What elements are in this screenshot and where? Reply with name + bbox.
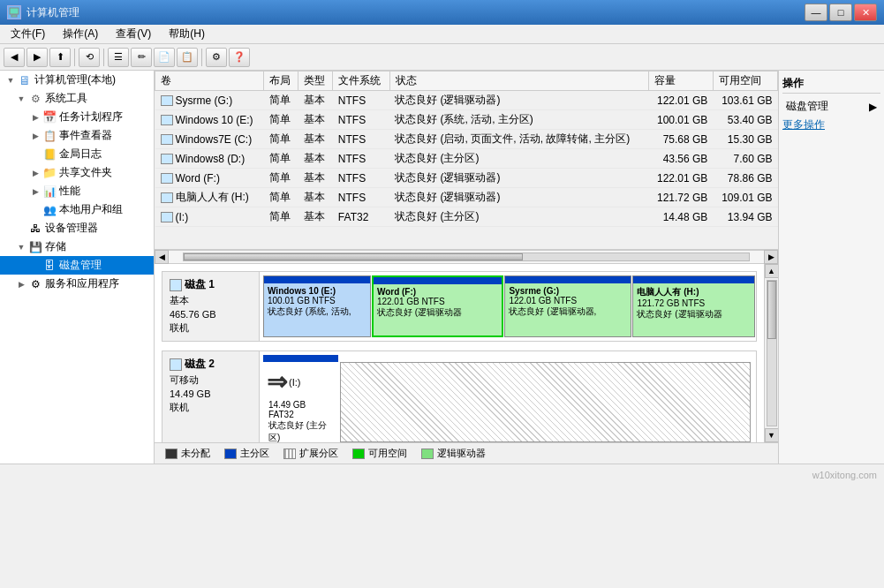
tree-exp-perf: ▶ xyxy=(28,185,42,199)
tree-users-label: 本地用户和组 xyxy=(59,202,123,217)
legend-bar: 未分配 主分区 扩展分区 可用空间 逻辑驱动器 xyxy=(155,442,778,464)
disk2-type: 可移动 xyxy=(170,373,252,387)
svg-rect-1 xyxy=(11,15,17,17)
cell-layout: 简单 xyxy=(264,169,298,188)
tree-disk-management[interactable]: 🗄 磁盘管理 xyxy=(0,256,154,275)
cell-type: 基本 xyxy=(298,188,333,207)
v-scroll-down[interactable]: ▼ xyxy=(765,428,779,442)
tree-shared-folder[interactable]: ▶ 📁 共享文件夹 xyxy=(0,163,154,182)
table-row[interactable]: Sysrme (G:) 简单 基本 NTFS 状态良好 (逻辑驱动器) 122.… xyxy=(155,91,778,110)
cell-status: 状态良好 (系统, 活动, 主分区) xyxy=(389,110,648,130)
legend-freespace: 可用空间 xyxy=(352,447,407,460)
tree-services-label: 服务和应用程序 xyxy=(45,276,119,291)
v-scrollbar[interactable]: ▲ ▼ xyxy=(764,264,778,442)
tree-services[interactable]: ▶ ⚙ 服务和应用程序 xyxy=(0,275,154,293)
new-button[interactable]: 📄 xyxy=(154,48,175,67)
menu-action[interactable]: 操作(A) xyxy=(56,25,105,43)
h-scrollbar[interactable]: ◀ ▶ xyxy=(155,250,778,264)
disk2-status: 联机 xyxy=(170,401,252,414)
gear-icon: ⚙ xyxy=(28,92,42,106)
cell-fs: NTFS xyxy=(333,130,389,149)
table-row[interactable]: Windows 10 (E:) 简单 基本 NTFS 状态良好 (系统, 活动,… xyxy=(155,110,778,130)
shared-folder-icon: 📁 xyxy=(42,166,57,180)
tree-device-manager[interactable]: 🖧 设备管理器 xyxy=(0,219,154,237)
arrow-icon: ⇒ xyxy=(267,367,287,396)
disk1-partition-1[interactable]: Word (F:) 122.01 GB NTFS 状态良好 (逻辑驱动器 xyxy=(372,275,504,337)
tree-exp-event: ▶ xyxy=(28,129,42,143)
tree-system-tools[interactable]: ▼ ⚙ 系统工具 xyxy=(0,89,154,108)
col-fs[interactable]: 文件系统 xyxy=(333,72,389,91)
v-scroll-track[interactable] xyxy=(767,280,777,426)
col-volume[interactable]: 卷 xyxy=(155,72,264,91)
disk-management-action[interactable]: 磁盘管理 ▶ xyxy=(782,97,880,116)
disk1-partition-3[interactable]: 电脑人人有 (H:) 121.72 GB NTFS 状态良好 (逻辑驱动器 xyxy=(632,275,755,337)
forward-button[interactable]: ▶ xyxy=(26,48,48,67)
tree-root-label: 计算机管理(本地) xyxy=(34,72,116,87)
disk2-arrow-area[interactable]: ⇒ (I:) 14.49 GB FAT32 状态良好 (主分区) xyxy=(263,355,338,442)
tree-gold-log-label: 金局日志 xyxy=(59,147,102,162)
h-scroll-right[interactable]: ▶ xyxy=(764,250,778,264)
refresh-button[interactable]: ⟲ xyxy=(79,48,100,67)
menu-file[interactable]: 文件(F) xyxy=(4,25,52,43)
v-scroll-thumb[interactable] xyxy=(767,281,776,339)
tree-shared-label: 共享文件夹 xyxy=(59,165,112,180)
h-scroll-thumb[interactable] xyxy=(184,253,523,260)
tree-system-tools-label: 系统工具 xyxy=(45,91,87,106)
tree-root[interactable]: ▼ 🖥 计算机管理(本地) xyxy=(0,71,154,89)
settings-button[interactable]: ⚙ xyxy=(206,48,227,67)
disk2-arrow-label: ⇒ (I:) xyxy=(263,364,338,400)
up-button[interactable]: ⬆ xyxy=(49,48,71,67)
col-layout[interactable]: 布局 xyxy=(264,72,298,91)
cell-fs: NTFS xyxy=(333,91,389,110)
menu-help[interactable]: 帮助(H) xyxy=(162,25,212,43)
col-capacity[interactable]: 容量 xyxy=(648,72,713,91)
disk1-partition-2[interactable]: Sysrme (G:) 122.01 GB NTFS 状态良好 (逻辑驱动器, xyxy=(504,275,631,337)
disk2-fs: 14.49 GB FAT32 xyxy=(263,400,338,419)
cell-status: 状态良好 (逻辑驱动器) xyxy=(389,188,648,207)
tree-storage[interactable]: ▼ 💾 存储 xyxy=(0,237,154,256)
disk1-partition-0[interactable]: Windows 10 (E:) 100.01 GB NTFS 状态良好 (系统,… xyxy=(263,275,371,337)
cell-free: 53.40 GB xyxy=(713,110,777,130)
table-row[interactable]: Windows7E (C:) 简单 基本 NTFS 状态良好 (启动, 页面文件… xyxy=(155,130,778,149)
disk-table-area[interactable]: 卷 布局 类型 文件系统 状态 容量 可用空间 Sysrme (G:) xyxy=(155,71,778,250)
tree-performance[interactable]: ▶ 📊 性能 xyxy=(0,182,154,200)
tree-event-viewer[interactable]: ▶ 📋 事件查看器 xyxy=(0,126,154,145)
tree-disk-label: 磁盘管理 xyxy=(59,258,102,273)
tree-users[interactable]: 👥 本地用户和组 xyxy=(0,200,154,219)
table-row[interactable]: 电脑人人有 (H:) 简单 基本 NTFS 状态良好 (逻辑驱动器) 121.7… xyxy=(155,188,778,207)
cell-fs: NTFS xyxy=(333,169,389,188)
copy-button[interactable]: 📋 xyxy=(177,48,198,67)
cell-capacity: 43.56 GB xyxy=(648,149,713,169)
minimize-button[interactable]: — xyxy=(805,4,827,21)
legend-label-freespace: 可用空间 xyxy=(368,447,407,460)
col-free[interactable]: 可用空间 xyxy=(713,72,777,91)
more-actions-link[interactable]: 更多操作 xyxy=(782,116,880,134)
legend-swatch-extended xyxy=(283,449,296,459)
menu-view[interactable]: 查看(V) xyxy=(109,25,158,43)
legend-unallocated: 未分配 xyxy=(165,447,210,460)
cell-free: 15.30 GB xyxy=(713,130,777,149)
tree-gold-log[interactable]: 📒 金局日志 xyxy=(0,145,154,163)
back-button[interactable]: ◀ xyxy=(4,48,25,67)
help-button[interactable]: ❓ xyxy=(229,48,250,67)
close-button[interactable]: ✕ xyxy=(854,4,877,21)
properties-button[interactable]: ✏ xyxy=(131,48,152,67)
table-row[interactable]: Word (F:) 简单 基本 NTFS 状态良好 (逻辑驱动器) 122.01… xyxy=(155,169,778,188)
v-scroll-up[interactable]: ▲ xyxy=(765,264,779,278)
maximize-button[interactable]: □ xyxy=(829,4,852,21)
cell-volume: Sysrme (G:) xyxy=(155,91,264,110)
tree-task-scheduler[interactable]: ▶ 📅 任务计划程序 xyxy=(0,108,154,126)
h-scroll-left[interactable]: ◀ xyxy=(155,250,169,264)
cell-layout: 简单 xyxy=(264,149,298,169)
svg-rect-0 xyxy=(10,8,19,14)
cell-type: 基本 xyxy=(298,169,333,188)
show-hide-button[interactable]: ☰ xyxy=(108,48,129,67)
table-row[interactable]: Windows8 (D:) 简单 基本 NTFS 状态良好 (主分区) 43.5… xyxy=(155,149,778,169)
col-status[interactable]: 状态 xyxy=(389,72,648,91)
h-scroll-track[interactable] xyxy=(183,253,750,261)
window-controls[interactable]: — □ ✕ xyxy=(805,4,877,21)
tree-exp-users xyxy=(28,203,42,217)
table-row[interactable]: (I:) 简单 基本 FAT32 状态良好 (主分区) 14.48 GB 13.… xyxy=(155,207,778,227)
tree-task-label: 任务计划程序 xyxy=(59,109,123,124)
col-type[interactable]: 类型 xyxy=(298,72,333,91)
